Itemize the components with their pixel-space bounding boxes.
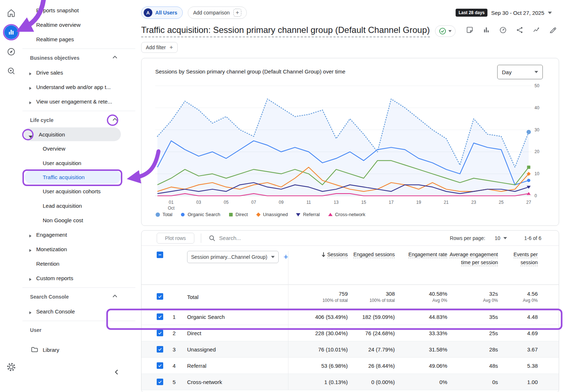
legend-item-total: Total	[155, 212, 172, 217]
svg-text:13: 13	[334, 200, 339, 205]
row-checkbox[interactable]	[157, 313, 173, 321]
collapse-sidebar-button[interactable]	[111, 367, 122, 377]
column-header-engaged-sessions[interactable]: Engaged sessions	[348, 251, 395, 259]
legend-label: Cross-network	[335, 212, 365, 217]
sidebar-item-life-cycle[interactable]: Life cycle	[22, 113, 141, 127]
page-title: Traffic acquisition: Session primary cha…	[141, 25, 430, 35]
sidebar-item-search-console-section[interactable]: Search Console	[22, 290, 141, 304]
home-icon[interactable]	[7, 8, 16, 18]
column-header-avg-engagement-time[interactable]: Average engagement time per session	[447, 251, 498, 266]
table-body: 1Organic Search406 (53.49%)182 (59.09%)4…	[141, 309, 559, 390]
legend-marker	[180, 212, 185, 217]
sidebar-item-view-user-engagement[interactable]: View user engagement & rete...	[22, 94, 141, 109]
totals-time: 32sAvg 0%	[447, 291, 498, 303]
edit-pencil-icon[interactable]	[549, 26, 557, 34]
row-checkbox[interactable]	[157, 379, 173, 386]
row-range-label: 1-6 of 6	[524, 235, 541, 241]
svg-text:19: 19	[416, 200, 421, 205]
report-header: Traffic acquisition: Session primary cha…	[141, 25, 559, 37]
plot-rows-button[interactable]: Plot rows	[157, 233, 194, 244]
granularity-select[interactable]: Day	[497, 65, 543, 79]
benchmark-gauge-icon[interactable]	[499, 26, 507, 34]
add-dimension-button[interactable]: +	[284, 253, 288, 261]
sidebar-item-drive-sales[interactable]: Drive sales	[22, 65, 141, 80]
table-row-unassigned[interactable]: 3Unassigned76 (10.01%)24 (7.79%)31.58%28…	[141, 341, 559, 358]
table-row-organic-search[interactable]: 1Organic Search406 (53.49%)182 (59.09%)4…	[141, 309, 559, 325]
sidebar-item-lead-acquisition[interactable]: Lead acquisition	[22, 198, 141, 213]
sidebar-item-reports-snapshot[interactable]: Reports snapshot	[22, 3, 141, 17]
table-header-row: Session primary...Channel Group) + Sessi…	[141, 246, 559, 285]
sidebar-item-overview[interactable]: Overview	[22, 141, 141, 156]
row-events-per-session: 3.67	[498, 346, 538, 353]
sidebar-item-monetization[interactable]: Monetization	[22, 242, 141, 256]
sidebar-item-user-acquisition[interactable]: User acquisition	[22, 156, 141, 170]
sidebar-item-understand-web-app[interactable]: Understand web and/or app t...	[22, 80, 141, 94]
column-header-sessions[interactable]: Sessions	[288, 251, 348, 285]
note-icon[interactable]	[466, 26, 474, 34]
table-row-direct[interactable]: 2Direct228 (30.04%)76 (24.68%)33.33%25s4…	[141, 325, 559, 341]
item-label: User acquisition	[43, 160, 81, 166]
svg-text:27: 27	[526, 200, 531, 205]
table-row-cross-network[interactable]: 5Cross-network1 (0.13%)0 (0.00%)0%0s1.00	[141, 374, 559, 390]
add-comparison-button[interactable]: Add comparison +	[188, 7, 247, 19]
reports-icon[interactable]	[4, 25, 18, 39]
bar-chart-icon[interactable]	[482, 26, 490, 34]
sidebar-item-search-console[interactable]: Search Console	[22, 304, 141, 319]
totals-rate: 40.58%Avg 0%	[395, 291, 447, 303]
sidebar-item-user-acquisition-cohorts[interactable]: User acquisition cohorts	[22, 184, 141, 198]
table-search	[208, 235, 450, 242]
section-label: User	[30, 327, 42, 333]
row-rank: 2	[173, 330, 187, 336]
check-circle-icon	[439, 28, 446, 35]
row-checkbox[interactable]	[157, 330, 173, 337]
report-status-pill[interactable]	[435, 25, 456, 37]
sidebar-item-retention[interactable]: Retention	[22, 256, 141, 271]
table-row-referral[interactable]: 4Referral53 (6.98%)26 (8.44%)49.06%48s5.…	[141, 358, 559, 374]
item-label: Traffic acquisition	[43, 174, 85, 180]
svg-text:23: 23	[471, 200, 476, 205]
sidebar-item-acquisition[interactable]: Acquisition	[24, 127, 121, 141]
item-label: User acquisition cohorts	[43, 188, 101, 194]
filter-bar: Add filter +	[141, 42, 559, 53]
legend-item-unassigned: Unassigned	[256, 212, 288, 217]
chevron-down-icon	[503, 237, 507, 239]
share-icon[interactable]	[516, 26, 524, 34]
insights-icon[interactable]	[532, 26, 540, 34]
sidebar-item-realtime-pages[interactable]: Realtime pages	[22, 32, 141, 46]
sidebar-item-engagement[interactable]: Engagement	[22, 227, 141, 242]
date-range-picker[interactable]: Last 28 days Sep 30 - Oct 27, 2025	[456, 9, 552, 17]
dimension-controls: Session primary...Channel Group) +	[187, 251, 288, 263]
svg-text:10: 10	[534, 171, 540, 176]
advertising-icon[interactable]	[7, 66, 16, 76]
sidebar-item-business-objectives[interactable]: Business objectives	[22, 51, 141, 65]
totals-checkbox[interactable]	[157, 293, 173, 300]
select-all-checkbox[interactable]	[157, 251, 173, 259]
all-users-chip[interactable]: A All Users	[141, 7, 183, 19]
row-engaged-sessions: 26 (8.44%)	[348, 363, 395, 369]
totals-engaged: 308100% of total	[348, 291, 395, 303]
sidebar-item-library[interactable]: Library	[22, 342, 141, 357]
row-checkbox[interactable]	[157, 346, 173, 353]
row-rank: 4	[173, 363, 187, 369]
row-checkbox[interactable]	[157, 362, 173, 370]
traffic-table-card: Plot rows Rows per page: 10 1-6 of 6	[141, 230, 559, 392]
sidebar-item-custom-reports[interactable]: Custom reports	[22, 271, 141, 285]
chevron-down-icon	[271, 256, 275, 258]
chevron-down-icon	[534, 71, 538, 73]
add-filter-button[interactable]: Add filter +	[141, 42, 178, 53]
dimension-select[interactable]: Session primary...Channel Group)	[187, 251, 279, 263]
item-label: Understand web and/or app t...	[36, 84, 111, 90]
search-input[interactable]	[219, 235, 335, 241]
sidebar-item-realtime-overview[interactable]: Realtime overview	[22, 17, 141, 32]
sidebar-item-non-google-cost[interactable]: Non Google cost	[22, 213, 141, 227]
sidebar-item-traffic-acquisition[interactable]: Traffic acquisition	[25, 170, 121, 184]
explore-icon[interactable]	[7, 47, 16, 56]
column-header-events-per-session[interactable]: Events per session	[498, 251, 538, 266]
svg-text:03: 03	[196, 200, 201, 205]
svg-text:11: 11	[307, 200, 311, 205]
admin-gear-icon[interactable]	[7, 362, 16, 372]
column-header-engagement-rate[interactable]: Engagement rate	[395, 251, 447, 259]
rows-per-page-select[interactable]: 10	[495, 235, 507, 241]
row-events-per-session: 1.00	[498, 379, 538, 385]
row-avg-engagement-time: 48s	[447, 363, 498, 369]
